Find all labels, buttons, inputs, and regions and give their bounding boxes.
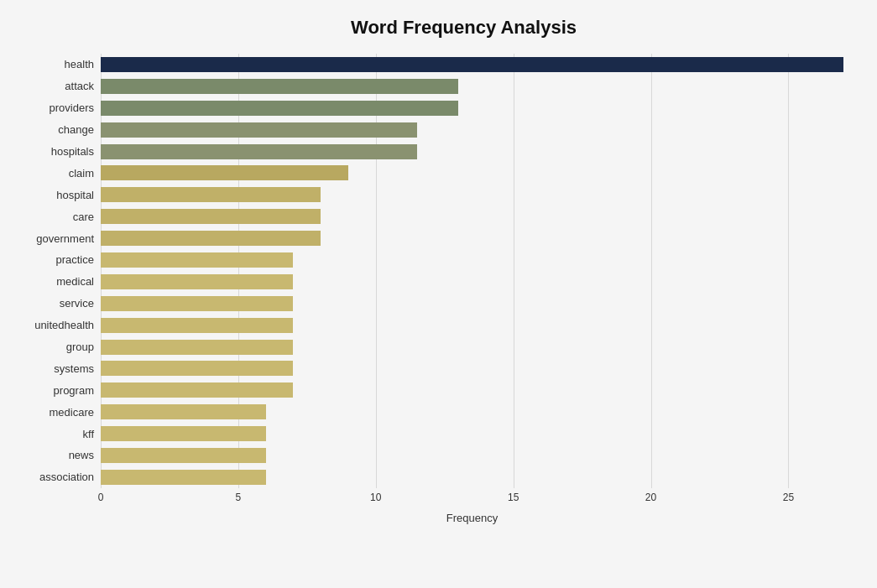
bar [101,426,266,441]
chart-container: Word Frequency Analysis healthattackprov… [0,0,877,588]
y-label: association [39,471,94,482]
y-label: unitedhealth [34,320,94,330]
bar-row [101,446,843,465]
bar-row [101,164,843,182]
bar [101,470,266,485]
bar [101,79,458,94]
bar-row [101,251,843,269]
bar [101,187,321,202]
y-label: kff [83,429,95,440]
bar-row [101,207,843,226]
y-label: service [60,298,94,309]
bar [101,361,293,376]
bar-row [101,359,843,377]
bar-row [101,424,843,443]
bar-row [101,381,843,399]
bar-row [101,468,843,487]
y-label: attack [65,81,94,91]
y-label: hospitals [51,146,94,157]
bar-row [101,403,843,421]
bar-row [101,229,843,247]
y-label: change [58,124,94,135]
bar [101,101,458,116]
y-label: medical [56,276,94,287]
bar-row [101,273,843,291]
x-tick: 0 [98,492,104,503]
bar [101,252,293,268]
y-label: providers [50,102,94,113]
y-label: news [69,450,94,461]
bars-and-grid [101,54,843,488]
bar-row [101,338,843,356]
grid-line [788,54,789,488]
bar [101,404,266,419]
y-label: government [36,233,94,244]
x-axis-labels: 0510152025 Frequency [101,492,843,524]
bar [101,382,293,398]
x-tick: 20 [645,492,656,503]
grid-line [651,54,652,488]
x-tick: 10 [370,492,381,503]
x-axis-section: 0510152025 Frequency [17,492,843,524]
bar [101,144,417,159]
grid-line [514,54,514,488]
x-tick: 25 [783,492,794,503]
grid-line [238,54,239,488]
y-label: hospital [56,190,94,200]
bar-row [101,99,843,117]
x-tick: 5 [236,492,242,503]
bar-row [101,143,843,161]
y-label: systems [54,363,94,374]
bar [101,165,348,180]
bar-row [101,121,843,139]
x-tick: 15 [508,492,519,503]
y-label: group [66,341,94,352]
y-label: claim [69,168,94,179]
bar [101,274,293,289]
bar [101,209,321,224]
x-axis-spacer [17,492,101,524]
bar [101,57,843,72]
grid-line [376,54,377,488]
bar [101,340,293,355]
bar-row [101,294,843,313]
bar-row [101,316,843,335]
x-tick-row: 0510152025 [101,492,843,508]
bar [101,448,266,463]
bar-row [101,55,843,74]
x-axis-title: Frequency [101,512,843,524]
bar [101,122,417,138]
bar-row [101,77,843,96]
y-label: medicare [50,407,94,418]
grid-lines [101,54,843,488]
y-label: program [54,385,94,396]
chart-area: healthattackproviderschangehospitalsclai… [17,54,843,524]
y-label: health [65,59,94,70]
y-labels: healthattackproviderschangehospitalsclai… [17,54,101,488]
bar-row [101,185,843,204]
y-label: care [73,211,94,222]
chart-title: Word Frequency Analysis [17,17,843,39]
bar [101,318,293,333]
grid-line [101,54,102,488]
y-label: practice [55,254,94,265]
bar [101,231,321,246]
bars-section: healthattackproviderschangehospitalsclai… [17,54,843,488]
bar [101,296,293,311]
